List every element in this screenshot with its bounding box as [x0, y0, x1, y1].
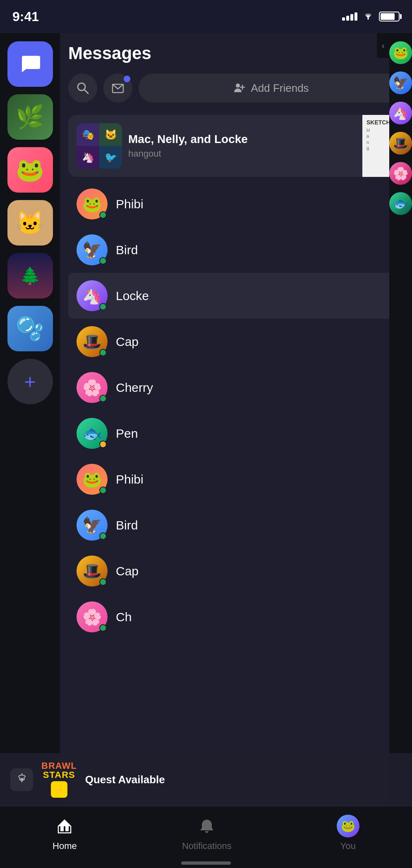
online-status-phibi: [99, 211, 107, 219]
notification-gear-icon: [10, 768, 33, 791]
home-icon: [53, 815, 76, 837]
notification-banner[interactable]: BRAWL STARS ⚡ Quest Available: [0, 753, 412, 806]
status-time: 9:41: [12, 9, 39, 24]
sidebar-item-blob[interactable]: 🫧: [7, 306, 53, 351]
online-status-bird-2: [99, 532, 107, 540]
nav-item-notifications[interactable]: Notifications: [182, 815, 232, 851]
dm-item-pen[interactable]: 🐟 Pen: [68, 410, 404, 456]
brawl-text: BRAWL: [41, 761, 77, 770]
battery-icon: [379, 12, 400, 21]
dm-item-cap[interactable]: 🎩 Cap: [68, 319, 404, 365]
dm-item-bird-2[interactable]: 🦅 Bird: [68, 502, 404, 548]
group-chat-card[interactable]: 🎭 🐱 🦄 🐦 Mac, Nelly, and Locke hangout SK…: [68, 115, 404, 177]
nav-item-home[interactable]: Home: [53, 815, 77, 851]
messages-title: Messages: [68, 43, 404, 63]
group-chat-name: Mac, Nelly, and Locke: [128, 133, 378, 146]
dm-name-cap-2: Cap: [116, 564, 139, 578]
toolbar: Add Friends: [68, 74, 404, 103]
add-friends-label: Add Friends: [251, 82, 309, 95]
you-avatar: 🐸: [337, 815, 359, 837]
right-avatar-2: 🦅: [389, 72, 412, 94]
svg-point-0: [367, 18, 369, 20]
dm-name-bird-1: Bird: [116, 243, 138, 257]
main-content: Messages: [60, 33, 412, 806]
dm-name-cap: Cap: [116, 335, 139, 349]
signal-icon: [342, 12, 357, 21]
mail-badge: [124, 76, 130, 82]
dm-name-locke: Locke: [116, 289, 149, 303]
group-chat-subtitle: hangout: [128, 148, 378, 159]
stars-text: STARS: [43, 770, 75, 780]
wifi-icon: [362, 11, 374, 22]
online-status-cap-2: [99, 578, 107, 586]
status-icons: [342, 11, 400, 22]
svg-rect-9: [60, 826, 64, 831]
group-chat-info: Mac, Nelly, and Locke hangout: [128, 133, 378, 159]
notification-message: Quest Available: [85, 773, 402, 786]
online-status-bird: [99, 257, 107, 265]
dm-item-cap-2[interactable]: 🎩 Cap: [68, 548, 404, 594]
sidebar-item-frog[interactable]: 🐸: [7, 147, 53, 193]
right-chevron-icon[interactable]: ‹: [377, 33, 389, 58]
away-status-pen: [99, 441, 107, 448]
group-chat-avatars: 🎭 🐱 🦄 🐦: [77, 123, 122, 169]
dm-item-phibi-2[interactable]: 🐸 Phibi: [68, 456, 404, 502]
search-button[interactable]: [68, 74, 97, 103]
dm-item-cherry[interactable]: 🌸 Cherry: [68, 365, 404, 410]
sidebar-item-sunset[interactable]: 🌲: [7, 253, 53, 298]
scroll-indicator: [181, 861, 231, 865]
online-status-cherry-2: [99, 624, 107, 632]
dm-name-cherry: Cherry: [116, 381, 153, 395]
notifications-icon: [195, 815, 218, 837]
dm-name-phibi-2: Phibi: [116, 472, 144, 486]
messages-panel: Messages: [60, 33, 412, 650]
right-avatar-6: 🐟: [389, 192, 412, 215]
dm-item-cherry-2[interactable]: 🌸 Ch: [68, 594, 404, 640]
dm-list: 🐸 Phibi 🦅 Bird 🦄 Locke: [68, 181, 404, 640]
right-avatar-1: 🐸: [389, 41, 412, 64]
left-sidebar: 🌿 🐸 🐱 🌲 🫧 +: [0, 33, 60, 806]
right-avatar-4: 🎩: [389, 132, 412, 155]
online-status-phibi-2: [99, 486, 107, 494]
svg-point-4: [236, 83, 240, 88]
status-bar: 9:41: [0, 0, 412, 33]
brawl-stars-logo: BRAWL STARS ⚡: [41, 761, 77, 798]
nav-item-you[interactable]: 🐸 You: [337, 815, 359, 851]
svg-line-2: [84, 90, 88, 93]
notifications-label: Notifications: [182, 841, 232, 851]
svg-rect-10: [65, 826, 69, 831]
add-server-button[interactable]: +: [7, 359, 53, 404]
you-label: You: [340, 841, 356, 851]
dm-item-locke[interactable]: 🦄 Locke: [68, 273, 404, 319]
online-status-cherry: [99, 395, 107, 402]
sidebar-item-plant[interactable]: 🌿: [7, 94, 53, 140]
right-avatar-3: 🦄: [389, 102, 412, 124]
brawl-icon: ⚡: [51, 781, 67, 798]
dm-name-cherry-2: Ch: [116, 610, 132, 624]
dm-name-pen: Pen: [116, 427, 138, 441]
bottom-nav: Home Notifications 🐸 You: [0, 806, 412, 868]
dm-item-bird-1[interactable]: 🦅 Bird: [68, 227, 404, 273]
online-status-cap: [99, 349, 107, 356]
add-friends-button[interactable]: Add Friends: [139, 74, 404, 103]
sidebar-item-cat[interactable]: 🐱: [7, 200, 53, 246]
home-label: Home: [53, 841, 77, 851]
dm-item-phibi-1[interactable]: 🐸 Phibi: [68, 181, 404, 227]
online-status-locke: [99, 303, 107, 310]
dm-name-phibi-1: Phibi: [116, 197, 144, 211]
sidebar-item-messages[interactable]: [7, 41, 53, 87]
mail-button[interactable]: [103, 74, 132, 103]
right-sidebar: 🐸 🦅 🦄 🎩 🌸 🐟: [389, 33, 412, 806]
right-avatar-5: 🌸: [389, 162, 412, 185]
dm-name-bird-2: Bird: [116, 518, 138, 532]
